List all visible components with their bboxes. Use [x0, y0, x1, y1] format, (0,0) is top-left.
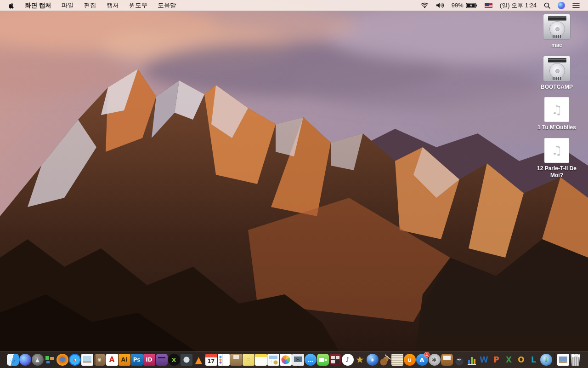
clock-menu[interactable]: (일) 오후 1:24 — [496, 0, 540, 11]
desktop-icon-1-tu-m-oublies[interactable]: ♫1 Tu M'Oublies — [527, 97, 586, 132]
status-menus: 99% (일) 오후 1:24 — [417, 0, 583, 11]
firefox-icon[interactable] — [57, 353, 68, 367]
document-app-icon-art — [267, 354, 279, 366]
disc-ripper-icon[interactable] — [181, 353, 192, 367]
adobe-illustrator-icon[interactable]: Ai — [119, 353, 130, 367]
photos-icon[interactable] — [280, 353, 292, 367]
app-store-icon[interactable]: A4 — [416, 353, 428, 367]
microsoft-excel-icon[interactable]: X — [503, 353, 515, 367]
imovie-icon-art: ★ — [354, 354, 366, 366]
imovie-icon[interactable]: ★ — [354, 353, 366, 367]
contacts-icon[interactable]: ◉ — [94, 353, 106, 367]
vlc-icon[interactable]: ▲ — [193, 353, 205, 367]
audio-file-icon: ♫ — [544, 138, 569, 163]
reminders-icon-art — [218, 354, 230, 366]
numbers-iwork-icon-art — [466, 354, 478, 366]
microsoft-word-icon-art: W — [478, 354, 490, 366]
desktop-icon-label: BOOTCAMP — [541, 84, 573, 91]
download-manager-icon[interactable]: ↓ — [540, 353, 552, 367]
menu-item-1[interactable]: 파일 — [57, 0, 79, 11]
microsoft-powerpoint-icon-art: P — [491, 354, 503, 366]
input-source-menu[interactable] — [481, 0, 496, 11]
launchpad-icon[interactable]: ▲ — [32, 353, 44, 367]
microsoft-powerpoint-icon[interactable]: P — [491, 353, 503, 367]
toast-titanium-icon-art — [156, 354, 168, 366]
notification-center-icon — [572, 3, 580, 8]
idvd-icon[interactable]: ◉ — [367, 353, 379, 367]
calendar-icon[interactable]: 17 — [205, 353, 217, 367]
document-app-icon[interactable] — [267, 353, 279, 367]
adobe-photoshop-icon[interactable]: Ps — [131, 353, 143, 367]
microsoft-outlook-icon[interactable]: O — [515, 353, 527, 367]
acrobat-reader-icon[interactable]: A — [106, 353, 118, 367]
menu-item-5[interactable]: 도움말 — [153, 0, 181, 11]
keynote-icon[interactable] — [441, 353, 453, 367]
keynote-icon-art — [441, 354, 453, 366]
disc-ripper-icon-art — [181, 354, 192, 366]
xld-icon[interactable]: X — [168, 353, 180, 367]
hard-drive-icon — [543, 56, 571, 81]
battery-charging-icon — [466, 3, 477, 8]
menu-item-4[interactable]: 윈도우 — [124, 0, 153, 11]
apple-menu[interactable] — [5, 2, 20, 9]
trash-full-icon[interactable] — [570, 353, 582, 367]
stickies-icon[interactable]: ≡ — [243, 353, 254, 367]
adobe-indesign-icon[interactable]: ID — [143, 353, 155, 367]
desktop-icon-label: 1 Tu M'Oublies — [537, 124, 576, 132]
messages-icon[interactable]: … — [305, 353, 317, 367]
document-file-icon-art — [557, 354, 569, 366]
desktop-icon-12-parle-t-il-de-moi-[interactable]: ♫12 Parle-T-Il De Moi? — [527, 138, 586, 179]
wallpaper — [0, 0, 588, 368]
pages-iwork-icon-art: ✒ — [453, 354, 465, 366]
app-menus: 화면 캡처파일편집캡처윈도우도움말 — [5, 0, 181, 11]
siri-menu[interactable] — [554, 0, 569, 11]
notes-icon-art — [255, 354, 267, 366]
spotlight-menu[interactable] — [540, 0, 554, 11]
battery-percent: 99% — [452, 2, 464, 9]
finder-icon[interactable]: ◡ — [7, 353, 19, 367]
notification-center-menu[interactable] — [569, 0, 583, 11]
preview-icon[interactable] — [81, 353, 93, 367]
menu-item-3[interactable]: 캡처 — [102, 0, 124, 11]
adobe-photoshop-icon-art: Ps — [131, 354, 143, 366]
desktop-icon-mac[interactable]: mac — [527, 14, 586, 49]
garageband-icon[interactable] — [379, 353, 391, 367]
itunes-icon[interactable]: ♪ — [342, 353, 354, 367]
photo-booth-icon[interactable] — [329, 353, 341, 367]
contacts-icon-art: ◉ — [94, 354, 106, 366]
app-menu-name[interactable]: 화면 캡처 — [20, 0, 57, 11]
desktop-icon-label: mac — [551, 42, 562, 49]
microsoft-word-icon[interactable]: W — [478, 353, 490, 367]
toast-titanium-icon[interactable] — [156, 353, 168, 367]
battery-menu[interactable]: 99% — [448, 0, 481, 11]
pages-iwork-icon[interactable]: ✒ — [453, 353, 465, 367]
hard-drive-icon — [543, 14, 571, 40]
reminders-icon[interactable] — [218, 353, 230, 367]
wifi-menu[interactable] — [417, 0, 432, 11]
desktop-icon-label: 12 Parle-T-Il De Moi? — [530, 165, 583, 179]
newspapers-icon[interactable] — [391, 353, 403, 367]
messages-icon-art: … — [305, 354, 317, 366]
trash-full-icon-art — [570, 354, 582, 366]
document-file-icon[interactable] — [557, 353, 569, 367]
system-preferences-icon[interactable]: ✱ — [429, 353, 441, 367]
ibooks-icon[interactable]: ∪ — [404, 353, 416, 367]
microsoft-lync-icon[interactable]: L — [528, 353, 540, 367]
photos-icon-art — [280, 354, 292, 366]
menu-item-2[interactable]: 편집 — [79, 0, 102, 11]
grab-screen-capture-icon[interactable]: ✂ — [292, 353, 304, 367]
safari-icon-art: ▸ — [69, 354, 81, 366]
siri-icon[interactable] — [19, 353, 31, 367]
mission-control-icon[interactable] — [44, 353, 56, 367]
archive-box-icon[interactable] — [230, 353, 242, 367]
garageband-icon-art — [379, 354, 391, 366]
facetime-icon[interactable] — [317, 353, 329, 367]
safari-icon[interactable]: ▸ — [69, 353, 81, 367]
calendar-icon-art: 17 — [205, 354, 217, 366]
notes-icon[interactable] — [255, 353, 267, 367]
numbers-iwork-icon[interactable] — [466, 353, 478, 367]
desktop-icon-bootcamp[interactable]: BOOTCAMP — [527, 56, 586, 91]
volume-menu[interactable] — [432, 0, 448, 11]
microsoft-outlook-icon-art: O — [515, 354, 527, 366]
archive-box-icon-art — [230, 354, 242, 366]
